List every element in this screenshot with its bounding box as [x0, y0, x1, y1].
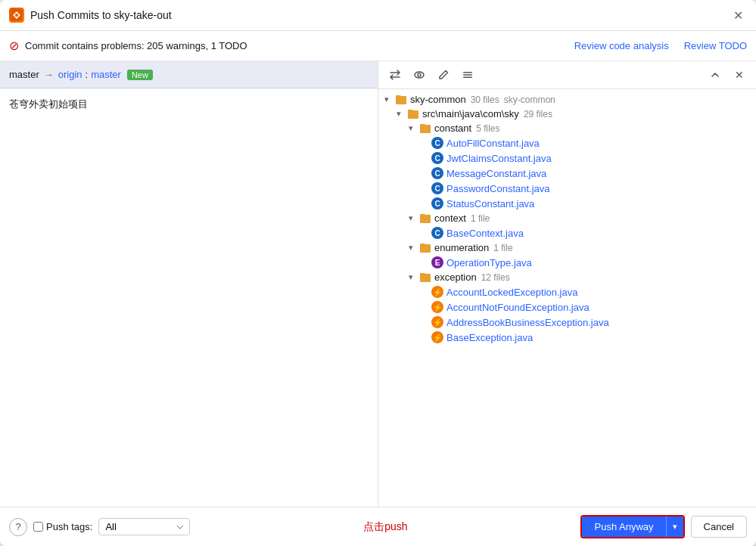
file-name: MessageConstant.java — [446, 168, 546, 179]
svg-point-2 — [415, 72, 424, 78]
review-code-link[interactable]: Review code analysis — [574, 40, 669, 51]
remote-label[interactable]: origin — [58, 69, 82, 80]
branch-bar: master → origin : master New — [0, 61, 378, 88]
item-name: enumeration — [434, 242, 489, 253]
file-icon-e: E — [431, 256, 443, 268]
tree-row[interactable]: ▾sky-common30 filessky-common — [378, 92, 756, 107]
item-count: 5 files — [476, 123, 499, 134]
title-bar: Push Commits to sky-take-out ✕ — [0, 0, 756, 31]
item-extra: sky-common — [504, 95, 555, 105]
warning-left: ⊘ Commit contains problems: 205 warnings… — [9, 39, 247, 53]
tree-row[interactable]: ▾src\main\java\com\sky29 files — [378, 107, 756, 121]
file-name: BaseContext.java — [446, 228, 524, 239]
toolbar-right: ✕ — [705, 64, 750, 85]
tree-row[interactable]: ▾enumeration1 file — [378, 240, 756, 255]
file-icon-c: C — [431, 182, 443, 194]
folder-chevron: ▾ — [397, 109, 407, 119]
footer-right: Push Anyway ▾ Cancel — [580, 515, 747, 538]
edit-button[interactable] — [433, 64, 454, 85]
push-tags-checkbox[interactable] — [33, 522, 43, 532]
file-name: OperationType.java — [446, 257, 532, 268]
svg-rect-4 — [463, 72, 472, 73]
tree-row[interactable]: ▾constant5 files — [378, 121, 756, 135]
file-name: BaseException.java — [446, 332, 533, 343]
panel-close-button[interactable]: ✕ — [729, 64, 750, 85]
collapse-button[interactable] — [705, 64, 726, 85]
item-count: 1 file — [493, 243, 512, 253]
help-button[interactable]: ? — [9, 518, 27, 536]
file-icon-exc: ⚡ — [431, 316, 443, 328]
tree-row[interactable]: EOperationType.java — [378, 255, 756, 270]
file-icon-exc: ⚡ — [431, 301, 443, 313]
file-icon-c: C — [431, 227, 443, 239]
folder-icon — [419, 272, 431, 283]
folder-chevron: ▾ — [409, 243, 419, 253]
file-icon-exc: ⚡ — [431, 286, 443, 298]
folder-icon — [419, 243, 431, 253]
tree-row[interactable]: ▾exception12 files — [378, 270, 756, 284]
folder-icon — [395, 95, 407, 105]
tree-row[interactable]: CJwtClaimsConstant.java — [378, 150, 756, 166]
item-name: exception — [434, 271, 477, 283]
push-anyway-button[interactable]: Push Anyway — [582, 517, 665, 537]
push-tags-checkbox-wrap: Push tags: — [33, 521, 92, 532]
tree-row[interactable]: ⚡AccountNotFoundException.java — [378, 299, 756, 315]
warning-bar: ⊘ Commit contains problems: 205 warnings… — [0, 31, 756, 61]
item-count: 30 files — [471, 95, 499, 105]
tree-row[interactable]: CPasswordConstant.java — [378, 181, 756, 196]
file-icon-c: C — [431, 167, 443, 179]
file-name: StatusConstant.java — [446, 198, 534, 209]
file-tree[interactable]: ▾sky-common30 filessky-common▾src\main\j… — [378, 89, 756, 507]
local-branch: master — [9, 69, 39, 80]
file-icon-c: C — [431, 152, 443, 164]
file-name: PasswordConstant.java — [446, 183, 550, 194]
push-anyway-dropdown-button[interactable]: ▾ — [666, 517, 683, 537]
tree-row[interactable]: ⚡AddressBookBusinessException.java — [378, 315, 756, 330]
item-name: src\main\java\com\sky — [422, 108, 519, 119]
push-tags-label[interactable]: Push tags: — [46, 521, 92, 532]
close-button[interactable]: ✕ — [729, 6, 747, 24]
new-badge: New — [127, 70, 153, 80]
cancel-button[interactable]: Cancel — [691, 516, 747, 538]
eye-button[interactable] — [409, 64, 430, 85]
title-left: Push Commits to sky-take-out — [9, 8, 172, 23]
item-name: context — [434, 213, 466, 224]
review-todo-link[interactable]: Review TODO — [684, 40, 747, 51]
folder-icon — [419, 123, 431, 134]
tree-row[interactable]: CAutoFillConstant.java — [378, 135, 756, 150]
warning-icon: ⊘ — [9, 39, 19, 53]
folder-chevron: ▾ — [409, 272, 419, 282]
item-count: 1 file — [471, 213, 490, 224]
item-name: constant — [434, 123, 471, 134]
file-name: JwtClaimsConstant.java — [446, 153, 552, 164]
file-name: AutoFillConstant.java — [446, 138, 540, 149]
folder-chevron: ▾ — [384, 95, 395, 104]
file-name: AddressBookBusinessException.java — [446, 317, 609, 328]
push-commits-dialog: Push Commits to sky-take-out ✕ ⊘ Commit … — [0, 0, 756, 546]
left-panel: master → origin : master New 苍穹外卖初始项目 — [0, 61, 378, 507]
tags-select[interactable]: AllNoneCurrent branch — [98, 518, 190, 535]
tree-row[interactable]: CBaseContext.java — [378, 225, 756, 240]
tree-row[interactable]: ⚡AccountLockedException.java — [378, 284, 756, 299]
item-name: sky-common — [410, 94, 466, 105]
swap-button[interactable] — [384, 64, 406, 85]
svg-point-1 — [15, 14, 18, 17]
list-button[interactable] — [457, 64, 478, 85]
toolbar-left — [384, 64, 478, 85]
file-icon-exc: ⚡ — [431, 331, 443, 343]
branch-arrow: → — [44, 69, 54, 80]
remote-branch[interactable]: master — [91, 69, 121, 80]
branch-colon: : — [86, 69, 89, 80]
item-count: 29 files — [524, 109, 552, 119]
footer: ? Push tags: AllNoneCurrent branch 点击pus… — [0, 507, 756, 546]
push-anyway-wrap: Push Anyway ▾ — [580, 515, 684, 538]
folder-chevron: ▾ — [409, 123, 419, 133]
folder-icon — [407, 109, 419, 119]
folder-icon — [419, 213, 431, 224]
svg-point-3 — [418, 73, 421, 76]
tree-row[interactable]: CStatusConstant.java — [378, 196, 756, 211]
tree-row[interactable]: ▾context1 file — [378, 211, 756, 225]
tree-row[interactable]: ⚡BaseException.java — [378, 330, 756, 345]
tree-row[interactable]: CMessageConstant.java — [378, 166, 756, 181]
svg-rect-6 — [463, 77, 472, 79]
